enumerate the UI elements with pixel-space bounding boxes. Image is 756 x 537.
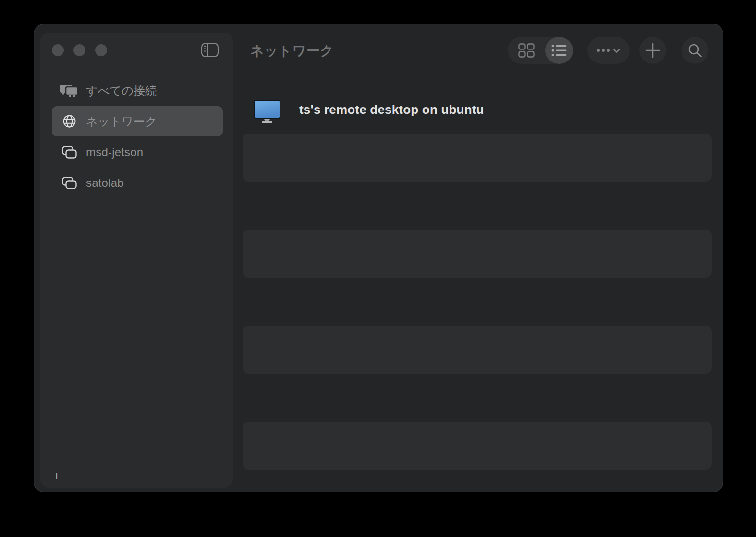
- more-options-icon: [596, 46, 622, 55]
- grid-view-icon: [518, 43, 535, 58]
- blue-monitor-icon: [254, 100, 280, 123]
- empty-list-stripe: [243, 230, 712, 278]
- search-button[interactable]: [682, 37, 708, 64]
- sidebar-toggle-icon: [201, 42, 219, 58]
- app-window: すべての接続 ネットワーク: [34, 24, 723, 492]
- add-icon: [645, 43, 660, 58]
- footer-divider: [71, 469, 71, 483]
- list-view-button[interactable]: [545, 37, 573, 64]
- empty-list-row: [233, 278, 724, 326]
- add-connection-button[interactable]: +: [49, 469, 64, 483]
- list-view-icon: [551, 44, 567, 57]
- sidebar-nav: すべての接続 ネットワーク: [41, 75, 232, 198]
- desktop-background: すべての接続 ネットワーク: [0, 0, 756, 537]
- connection-list: ts's remote desktop on ubuntu: [233, 85, 724, 470]
- connection-name: ts's remote desktop on ubuntu: [299, 102, 484, 117]
- globe-icon: [59, 114, 80, 129]
- sidebar-toggle-button[interactable]: [199, 40, 220, 60]
- sidebar-item-msd-jetson[interactable]: msd-jetson: [52, 137, 223, 168]
- empty-list-stripe: [243, 134, 712, 182]
- more-options-button[interactable]: [587, 37, 630, 64]
- empty-list-row: [233, 374, 724, 422]
- search-icon: [688, 43, 702, 58]
- page-title: ネットワーク: [250, 42, 334, 60]
- displays-icon: [59, 84, 80, 98]
- sidebar: すべての接続 ネットワーク: [41, 33, 232, 487]
- stacked-windows-icon: [59, 176, 80, 190]
- stacked-windows-icon: [59, 146, 80, 159]
- sidebar-item-label: msd-jetson: [86, 146, 143, 159]
- connection-row[interactable]: ts's remote desktop on ubuntu: [233, 85, 724, 134]
- sidebar-item-label: すべての接続: [86, 83, 157, 98]
- close-button[interactable]: [52, 44, 64, 56]
- zoom-button[interactable]: [95, 44, 107, 56]
- sidebar-item-label: ネットワーク: [86, 114, 157, 129]
- remove-connection-button[interactable]: −: [78, 469, 92, 483]
- traffic-lights: [52, 44, 107, 56]
- empty-list-stripe: [243, 422, 712, 470]
- minimize-button[interactable]: [73, 44, 85, 56]
- empty-list-row: [233, 182, 724, 230]
- sidebar-item-label: satolab: [86, 176, 124, 190]
- grid-view-button[interactable]: [508, 37, 545, 64]
- empty-list-stripe: [243, 326, 712, 374]
- sidebar-item-all-connections[interactable]: すべての接続: [52, 75, 223, 106]
- sidebar-item-network[interactable]: ネットワーク: [52, 106, 223, 136]
- sidebar-footer: + −: [41, 464, 232, 487]
- add-button[interactable]: [639, 37, 666, 64]
- view-mode-segmented-control: [508, 37, 573, 64]
- sidebar-item-satolab[interactable]: satolab: [52, 168, 223, 198]
